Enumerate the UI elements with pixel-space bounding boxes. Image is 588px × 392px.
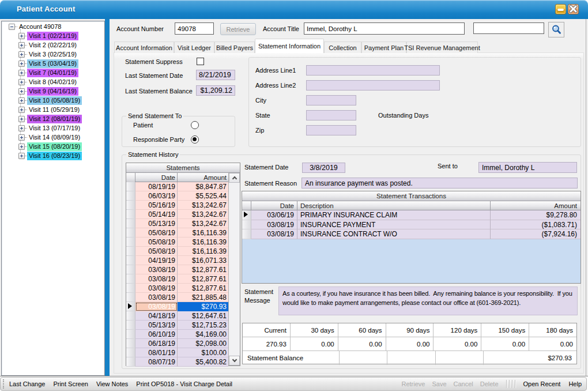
statements-scrollbar[interactable]: [228, 173, 240, 365]
statement-amount-cell[interactable]: $13,242.67: [178, 219, 228, 228]
row-selector-cell[interactable]: [126, 284, 135, 293]
row-selector-cell[interactable]: [126, 210, 135, 219]
statements-row[interactable]: 05/08/19$16,116.39: [126, 228, 228, 238]
statements-row[interactable]: 03/08/19$12,877.61: [126, 265, 228, 274]
scroll-down-button[interactable]: [229, 356, 240, 365]
statement-date-cell[interactable]: 06/10/19: [135, 330, 178, 339]
tree-item-visit[interactable]: Visit 3 (02/25/19): [18, 50, 78, 59]
tree-item-label[interactable]: Visit 16 (08/23/19): [27, 152, 82, 160]
statements-row[interactable]: 03/08/19$12,877.61: [126, 274, 228, 284]
statements-row[interactable]: 04/19/19$16,071.33: [126, 256, 228, 265]
tree-item-label[interactable]: Visit 5 (03/04/19): [27, 59, 78, 68]
statements-row[interactable]: 05/08/19$16,116.39: [126, 247, 228, 256]
tree-item-visit[interactable]: Visit 10 (05/08/19): [18, 96, 82, 105]
statement-date-cell[interactable]: 08/19/19: [135, 182, 178, 191]
statement-date-cell[interactable]: 05/08/19: [135, 228, 178, 238]
statement-amount-cell[interactable]: $16,116.39: [178, 247, 228, 256]
row-selector-cell[interactable]: [126, 348, 135, 357]
tree-item-label[interactable]: Visit 11 (05/29/19): [27, 105, 81, 114]
tree-item-label[interactable]: Visit 13 (07/17/19): [27, 124, 82, 133]
tab-visit-ledger[interactable]: Visit Ledger: [174, 42, 214, 53]
tree-item-label[interactable]: Visit 14 (08/09/19): [27, 133, 82, 142]
statement-amount-cell[interactable]: $13,242.67: [178, 201, 228, 210]
statement-amount-cell[interactable]: $12,877.61: [178, 265, 228, 274]
statements-row[interactable]: 08/01/19$100.00: [126, 348, 228, 357]
tree-item-visit[interactable]: Visit 14 (08/09/19): [18, 133, 82, 142]
tree-item-visit[interactable]: Visit 5 (03/04/19): [18, 59, 78, 68]
tree-root-account[interactable]: Account 49078: [9, 22, 63, 31]
city-input[interactable]: [306, 95, 356, 105]
address-line2-input[interactable]: [306, 80, 440, 91]
address-line1-input[interactable]: [306, 65, 440, 76]
transaction-amount-cell[interactable]: ($1,083.71): [491, 220, 581, 229]
tree-item-label[interactable]: Visit 8 (04/02/19): [27, 78, 78, 86]
transactions-amount-column-header[interactable]: Amount: [491, 201, 581, 210]
splitter[interactable]: [105, 19, 110, 376]
statement-date-cell[interactable]: 03/08/19: [135, 293, 178, 302]
statements-date-column-header[interactable]: Date: [135, 173, 178, 182]
statement-amount-cell[interactable]: $16,116.39: [178, 228, 228, 238]
expand-icon[interactable]: [18, 51, 25, 58]
tree-item-label[interactable]: Visit 9 (04/16/19): [27, 87, 78, 96]
responsible-party-radio[interactable]: [191, 135, 199, 144]
statement-amount-cell[interactable]: $21,885.48: [178, 293, 228, 302]
row-selector-cell[interactable]: [126, 311, 135, 321]
account-title-input[interactable]: Immel, Dorothy L: [304, 22, 465, 35]
statement-date-cell[interactable]: 06/03/19: [135, 191, 178, 201]
row-selector-cell[interactable]: [126, 274, 135, 284]
statements-row[interactable]: 05/13/19$13,242.67: [126, 219, 228, 228]
statements-row[interactable]: 05/16/19$13,242.67: [126, 201, 228, 210]
statements-row[interactable]: 08/07/19$5,400.82: [126, 357, 228, 367]
statement-amount-cell[interactable]: $4,169.00: [178, 330, 228, 339]
expand-icon[interactable]: [18, 61, 25, 67]
toolbar-item-print-op5018-visit-charge-detail[interactable]: Print OP5018 - Visit Charge Detail: [132, 380, 236, 387]
expand-icon[interactable]: [18, 125, 25, 131]
statement-date-cell[interactable]: 04/19/19: [135, 256, 178, 265]
statement-date-cell[interactable]: 05/13/19: [135, 219, 178, 228]
tree-item-visit[interactable]: Visit 2 (02/22/19): [18, 40, 78, 50]
statements-row[interactable]: 03/08/19$21,885.48: [126, 293, 228, 302]
transaction-date-cell[interactable]: 03/08/19: [251, 220, 297, 229]
row-selector-cell[interactable]: [126, 191, 135, 201]
toolbar-item-last-change[interactable]: Last Change: [5, 380, 49, 387]
transaction-description-cell[interactable]: INSURANCE PAYMENT: [297, 220, 491, 229]
row-selector-cell[interactable]: [126, 238, 135, 247]
statements-row[interactable]: 06/18/19$2,098.00: [126, 339, 228, 348]
statements-row[interactable]: 08/19/19$8,847.87: [126, 182, 228, 191]
statements-row[interactable]: 03/08/19$12,877.61: [126, 284, 228, 293]
statements-amount-column-header[interactable]: Amount: [178, 173, 228, 182]
expand-icon[interactable]: [18, 134, 25, 141]
statement-date-cell[interactable]: 06/18/19: [135, 339, 178, 348]
statement-date-cell[interactable]: 05/08/19: [135, 238, 178, 247]
tab-statement-information[interactable]: Statement Information: [255, 39, 324, 53]
row-selector-cell[interactable]: [242, 220, 251, 229]
tree-item-label[interactable]: Visit 3 (02/25/19): [27, 50, 78, 59]
row-selector-cell[interactable]: [126, 247, 135, 256]
transaction-row[interactable]: 03/06/19PRIMARY INSURANCE CLAIM$9,278.80: [242, 210, 581, 220]
tree-item-visit[interactable]: Visit 8 (04/02/19): [18, 77, 78, 86]
expand-icon[interactable]: [18, 79, 25, 85]
statements-row[interactable]: 05/13/19$12,715.23: [126, 321, 228, 330]
transactions-description-column-header[interactable]: Description: [297, 201, 491, 210]
statement-amount-cell[interactable]: $2,098.00: [178, 339, 228, 348]
tree-item-label[interactable]: Visit 15 (08/20/19): [27, 142, 82, 151]
expand-icon[interactable]: [18, 116, 25, 122]
statement-amount-cell[interactable]: $12,877.61: [178, 274, 228, 284]
tab-tsi-revenue-management[interactable]: TSI Revenue Management: [406, 42, 478, 53]
state-input[interactable]: [306, 110, 356, 120]
retrieve-button[interactable]: Retrieve: [220, 23, 256, 35]
tree-root-label[interactable]: Account 49078: [17, 22, 63, 31]
tree-item-label[interactable]: Visit 1 (02/21/19): [27, 32, 78, 40]
row-selector-cell[interactable]: [126, 201, 135, 210]
transaction-row[interactable]: 03/08/19INSURANCE CONTRACT W/O($7,924.16…: [242, 229, 581, 239]
row-selector-cell[interactable]: [242, 229, 251, 239]
row-selector-cell[interactable]: [126, 330, 135, 339]
minimize-button[interactable]: [555, 4, 566, 14]
tree-item-visit[interactable]: Visit 13 (07/17/19): [18, 123, 82, 133]
statement-amount-cell[interactable]: $8,847.87: [178, 182, 228, 191]
statement-date-cell[interactable]: 05/08/19: [135, 247, 178, 256]
tree-item-visit[interactable]: Visit 1 (02/21/19): [18, 31, 78, 40]
search-input[interactable]: [473, 22, 544, 34]
collapse-expander-icon[interactable]: [9, 24, 15, 30]
statement-date-cell[interactable]: 08/01/19: [135, 348, 178, 357]
